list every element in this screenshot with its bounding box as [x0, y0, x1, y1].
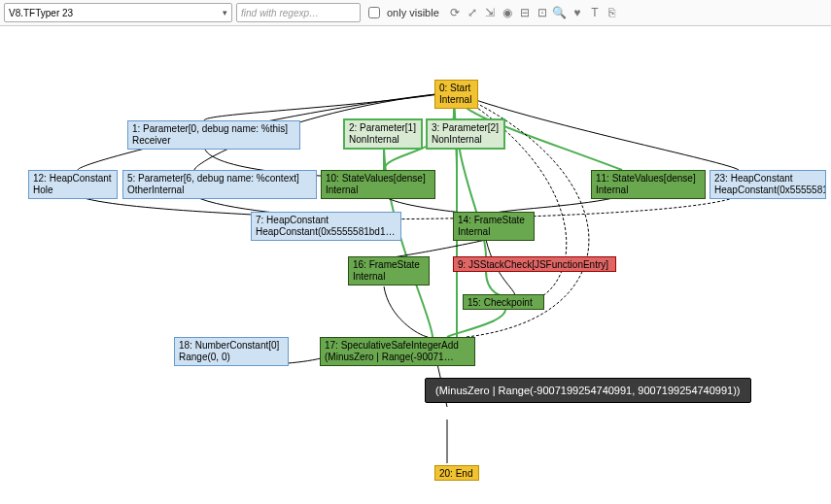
tooltip-text: (MinusZero | Range(-9007199254740991, 90…	[435, 385, 741, 396]
expand-icon[interactable]: ⤢	[465, 5, 480, 20]
node-label: 12: HeapConstant	[33, 173, 113, 185]
node-sublabel: OtherInternal	[127, 185, 312, 196]
node-sublabel: (MinusZero | Range(-90071…	[325, 352, 470, 363]
phase-dropdown[interactable]: V8.TFTyper 23 ▾	[4, 3, 232, 22]
node-sublabel: HeapConstant(0x5555581bd1…	[256, 226, 397, 238]
node-5-parameter-context[interactable]: 5: Parameter[6, debug name: %context] Ot…	[122, 170, 317, 199]
search-input[interactable]	[236, 3, 361, 22]
node-sublabel: Range(0, 0)	[179, 352, 284, 363]
graph-canvas[interactable]: 0: Start Internal 1: Parameter[0, debug …	[0, 26, 831, 504]
chevron-down-icon: ▾	[223, 8, 227, 17]
toolbar-icons: ⟳ ⤢ ⇲ ◉ ⊟ ⊡ 🔍 ♥ T ⎘	[447, 5, 620, 20]
node-23-heapconstant[interactable]: 23: HeapConstant HeapConstant(0x5555581b…	[710, 170, 826, 199]
node-sublabel: Internal	[458, 226, 530, 238]
node-label: 15: Checkpoint	[467, 297, 539, 309]
reload-icon[interactable]: ⟳	[447, 5, 463, 20]
node-label: 5: Parameter[6, debug name: %context]	[127, 173, 312, 185]
pin-icon[interactable]: ♥	[570, 5, 585, 20]
node-7-heapconstant[interactable]: 7: HeapConstant HeapConstant(0x5555581bd…	[251, 212, 401, 241]
node-11-statevalues[interactable]: 11: StateValues[dense] Internal	[591, 170, 706, 199]
node-sublabel: NonInternal	[432, 134, 500, 146]
node-sublabel: Internal	[326, 185, 431, 196]
node-label: 2: Parameter[1]	[349, 122, 417, 134]
node-sublabel: Hole	[33, 185, 113, 196]
node-sublabel: Internal	[596, 185, 701, 196]
node-label: 23: HeapConstant	[714, 173, 821, 185]
format-icon[interactable]: ⎘	[605, 5, 620, 20]
type-tooltip: (MinusZero | Range(-9007199254740991, 90…	[425, 378, 751, 403]
node-1-parameter-this[interactable]: 1: Parameter[0, debug name: %this] Recei…	[127, 120, 300, 150]
only-visible-label: only visible	[387, 7, 439, 18]
node-sublabel: Internal	[439, 94, 473, 106]
node-3-parameter2[interactable]: 3: Parameter[2] NonInternal	[426, 118, 505, 150]
node-sublabel: HeapConstant(0x5555581bd1…	[714, 185, 821, 196]
node-14-framestate[interactable]: 14: FrameState Internal	[453, 212, 535, 241]
view-icon[interactable]: ⊡	[535, 5, 550, 20]
node-label: 14: FrameState	[458, 215, 530, 226]
typeinfo-icon[interactable]: T	[587, 5, 603, 20]
node-label: 17: SpeculativeSafeIntegerAdd	[325, 340, 470, 352]
node-label: 10: StateValues[dense]	[326, 173, 431, 185]
node-label: 1: Parameter[0, debug name: %this]	[132, 123, 295, 135]
node-sublabel: Receiver	[132, 135, 295, 147]
node-label: 0: Start	[439, 83, 473, 94]
node-label: 18: NumberConstant[0]	[179, 340, 284, 352]
node-9-jsstackcheck[interactable]: 9: JSStackCheck[JSFunctionEntry]	[453, 256, 616, 272]
node-20-end[interactable]: 20: End	[434, 465, 479, 481]
visibility-icon[interactable]: ◉	[500, 5, 515, 20]
node-16-framestate[interactable]: 16: FrameState Internal	[348, 256, 430, 286]
node-sublabel: NonInternal	[349, 134, 417, 146]
only-visible-checkbox[interactable]	[368, 7, 380, 18]
toolbar: V8.TFTyper 23 ▾ only visible ⟳ ⤢ ⇲ ◉ ⊟ ⊡…	[0, 0, 831, 26]
node-sublabel: Internal	[353, 271, 425, 283]
node-10-statevalues[interactable]: 10: StateValues[dense] Internal	[321, 170, 435, 199]
dropdown-value: V8.TFTyper 23	[9, 8, 73, 18]
tree-icon[interactable]: ⊟	[517, 5, 533, 20]
node-12-heapconstant-hole[interactable]: 12: HeapConstant Hole	[28, 170, 118, 199]
node-label: 9: JSStackCheck[JSFunctionEntry]	[458, 259, 611, 271]
node-17-speculativesafeintegeradd[interactable]: 17: SpeculativeSafeIntegerAdd (MinusZero…	[320, 337, 475, 366]
node-2-parameter1[interactable]: 2: Parameter[1] NonInternal	[343, 118, 423, 150]
node-label: 16: FrameState	[353, 259, 425, 271]
node-18-numberconstant[interactable]: 18: NumberConstant[0] Range(0, 0)	[174, 337, 289, 366]
node-label: 20: End	[439, 468, 474, 480]
node-15-checkpoint[interactable]: 15: Checkpoint	[463, 294, 544, 310]
zoom-icon[interactable]: 🔍	[552, 5, 568, 20]
node-0-start[interactable]: 0: Start Internal	[434, 80, 478, 109]
node-label: 7: HeapConstant	[256, 215, 397, 226]
node-label: 3: Parameter[2]	[432, 122, 500, 134]
node-label: 11: StateValues[dense]	[596, 173, 701, 185]
collapse-icon[interactable]: ⇲	[482, 5, 498, 20]
